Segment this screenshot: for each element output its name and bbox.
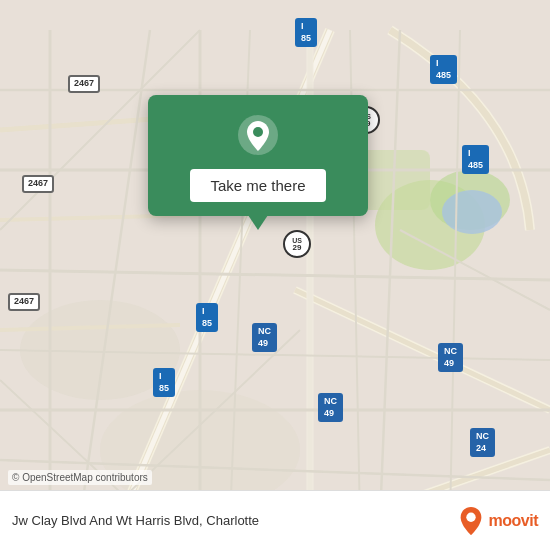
- bottom-bar: Jw Clay Blvd And Wt Harris Blvd, Charlot…: [0, 490, 550, 550]
- moovit-text: moovit: [489, 512, 538, 530]
- location-pin-icon: [236, 113, 280, 157]
- take-me-there-button[interactable]: Take me there: [190, 169, 325, 202]
- road-label-us29-center: US29: [283, 230, 311, 258]
- moovit-logo: moovit: [457, 505, 538, 537]
- copyright-text: © OpenStreetMap contributors: [8, 470, 152, 485]
- svg-point-38: [253, 127, 263, 137]
- svg-point-39: [466, 512, 475, 521]
- location-title: Jw Clay Blvd And Wt Harris Blvd, Charlot…: [12, 513, 457, 528]
- map-container: I 85 I 485 I 485 US29 2467 2467 2467 US2…: [0, 0, 550, 550]
- moovit-pin-icon: [457, 505, 485, 537]
- svg-point-4: [442, 190, 502, 234]
- popup-card: Take me there: [148, 95, 368, 216]
